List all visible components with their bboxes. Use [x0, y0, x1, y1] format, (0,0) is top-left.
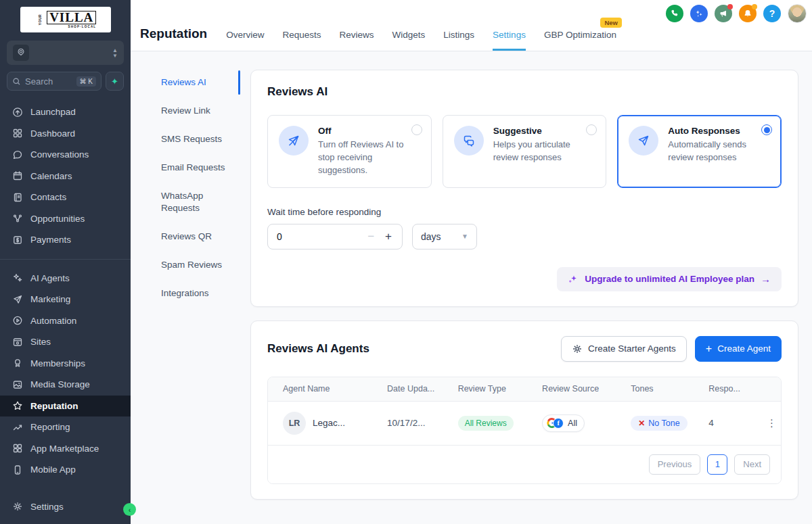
sidebar-item-launchpad[interactable]: Launchpad	[0, 101, 131, 123]
phone-button[interactable]	[666, 5, 683, 22]
sidebar-item-settings[interactable]: Settings	[0, 496, 131, 518]
page-1-button[interactable]: 1	[707, 454, 727, 475]
table-row[interactable]: LR Legac... 10/17/2... All Reviews	[268, 402, 781, 445]
send-icon	[629, 126, 658, 156]
help-icon: ?	[769, 8, 775, 19]
review-source-pill: f All	[542, 414, 585, 432]
logo-main-text: VILLA	[47, 11, 96, 24]
media-storage-icon	[12, 379, 23, 390]
sidebar-item-reputation[interactable]: Reputation	[0, 396, 131, 417]
chevron-left-icon: ‹	[129, 506, 131, 514]
wait-unit-select[interactable]: days ▼	[412, 224, 477, 249]
subnav-item-sms-requests[interactable]: SMS Requests	[161, 133, 240, 145]
reviews-ai-mode-options: Off Turn off Reviews AI to stop receivin…	[267, 115, 782, 188]
sidebar-divider	[0, 259, 131, 260]
agents-table: Agent Name Date Upda... Review Type Revi…	[267, 377, 782, 484]
tab-settings[interactable]: Settings	[493, 30, 526, 51]
reviews-ai-agents-card: Reviews AI Agents Create Starter Agents …	[250, 320, 798, 500]
location-pin-icon	[13, 45, 29, 61]
sidebar-nav: Launchpad Dashboard Conversations Calend…	[0, 101, 131, 481]
subnav-item-integrations[interactable]: Integrations	[161, 287, 240, 300]
sidebar-collapse-button[interactable]: ‹	[123, 503, 136, 516]
agents-title: Reviews AI Agents	[267, 342, 369, 356]
sidebar-item-calendars[interactable]: Calendars	[0, 166, 131, 187]
megaphone-icon	[719, 9, 728, 18]
sidebar-item-dashboard[interactable]: Dashboard	[0, 123, 131, 145]
option-off[interactable]: Off Turn off Reviews AI to stop receivin…	[267, 115, 432, 188]
subnav-item-whatsapp-requests[interactable]: WhatsApp Requests	[161, 190, 240, 214]
reputation-tabs: Overview Requests Reviews Widgets Listin…	[226, 30, 616, 51]
subnav-item-review-link[interactable]: Review Link	[161, 105, 240, 117]
app-window: YOUR VILLA SHOP·LOCAL ▲▼ Search ⌘ K ✦	[0, 0, 812, 524]
sidebar-item-app-marketplace[interactable]: App Marketplace	[0, 438, 131, 460]
sidebar-item-media-storage[interactable]: Media Storage	[0, 374, 131, 396]
reporting-icon	[12, 422, 23, 433]
search-icon	[12, 77, 21, 86]
sidebar-item-marketing[interactable]: Marketing	[0, 289, 131, 310]
marketing-icon	[12, 294, 23, 305]
calendar-icon	[12, 170, 23, 181]
subnav-item-reviews-qr[interactable]: Reviews QR	[161, 231, 240, 243]
top-header: Reputation Overview Requests Reviews Wid…	[131, 0, 812, 51]
sidebar-item-ai-agents[interactable]: AI Agents	[0, 268, 131, 289]
new-badge: New	[600, 18, 622, 28]
sidebar-item-opportunities[interactable]: Opportunities	[0, 208, 131, 230]
ai-assistant-button[interactable]	[690, 5, 708, 22]
subnav-item-reviews-ai[interactable]: Reviews AI	[161, 76, 240, 89]
radio-auto-responses[interactable]	[761, 124, 772, 135]
location-switcher[interactable]: ▲▼	[7, 41, 124, 65]
search-placeholder: Search	[25, 76, 72, 87]
subnav-item-email-requests[interactable]: Email Requests	[161, 162, 240, 174]
radio-off[interactable]	[411, 124, 422, 135]
upgrade-plan-link[interactable]: Upgrade to unlimited AI Employee plan →	[557, 267, 782, 291]
quick-ai-button[interactable]: ✦	[106, 72, 124, 91]
review-source-value: All	[568, 419, 577, 428]
memberships-icon	[12, 358, 23, 368]
wait-time-input[interactable]: 0 − +	[267, 224, 403, 249]
next-page-button[interactable]: Next	[734, 454, 770, 475]
tab-gbp-optimization[interactable]: GBP Optimization New	[544, 30, 616, 51]
arrow-right-icon: →	[761, 273, 771, 285]
sidebar-item-memberships[interactable]: Memberships	[0, 353, 131, 375]
radio-suggestive[interactable]	[586, 124, 597, 135]
logo-sub-text: SHOP·LOCAL	[68, 25, 97, 28]
agent-name: Legac...	[313, 418, 345, 428]
sidebar-item-sites[interactable]: Sites	[0, 331, 131, 353]
sidebar-item-payments[interactable]: Payments	[0, 229, 131, 251]
previous-page-button[interactable]: Previous	[649, 454, 701, 475]
notification-dot	[752, 4, 757, 9]
option-auto-responses[interactable]: Auto Responses Automatically sends revie…	[617, 115, 782, 188]
subnav-item-spam-reviews[interactable]: Spam Reviews	[161, 259, 240, 271]
agent-date: 10/17/2...	[378, 402, 449, 445]
create-starter-agents-button[interactable]: Create Starter Agents	[561, 336, 687, 362]
col-responses: Respo...	[699, 377, 753, 402]
table-header-row: Agent Name Date Upda... Review Type Revi…	[268, 377, 781, 402]
tab-widgets[interactable]: Widgets	[392, 30, 426, 51]
announcements-button[interactable]	[715, 5, 732, 22]
sidebar-item-contacts[interactable]: Contacts	[0, 187, 131, 208]
tab-overview[interactable]: Overview	[226, 30, 264, 51]
tab-reviews[interactable]: Reviews	[340, 30, 374, 51]
tab-listings[interactable]: Listings	[443, 30, 474, 51]
gear-icon	[12, 501, 23, 512]
notifications-button[interactable]	[739, 5, 757, 22]
dashboard-icon	[12, 128, 23, 139]
spark-icon: ✦	[111, 76, 118, 87]
col-review-source: Review Source	[533, 377, 621, 402]
avatar[interactable]	[788, 4, 807, 23]
decrement-button[interactable]: −	[366, 230, 376, 243]
option-suggestive[interactable]: Suggestive Helps you articulate review r…	[443, 115, 607, 188]
sidebar-item-reporting[interactable]: Reporting	[0, 416, 131, 438]
increment-button[interactable]: +	[384, 230, 393, 243]
create-agent-button[interactable]: + Create Agent	[695, 336, 782, 362]
search-input[interactable]: Search ⌘ K	[7, 72, 102, 91]
row-menu-button[interactable]: ⋮	[753, 402, 781, 445]
sidebar-item-automation[interactable]: Automation	[0, 310, 131, 332]
sites-icon	[12, 337, 23, 348]
help-button[interactable]: ?	[763, 5, 781, 22]
col-agent-name: Agent Name	[268, 377, 378, 402]
tab-requests[interactable]: Requests	[282, 30, 321, 51]
sidebar-item-mobile-app[interactable]: Mobile App	[0, 459, 131, 481]
col-date-updated: Date Upda...	[378, 377, 449, 402]
sidebar-item-conversations[interactable]: Conversations	[0, 144, 131, 166]
